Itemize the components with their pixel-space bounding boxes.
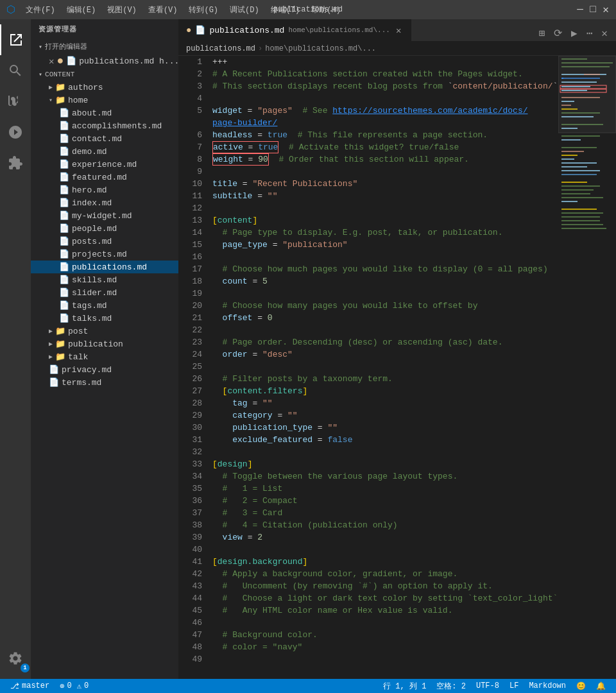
titlebar: ⬡ 文件(F) 编辑(E) 视图(V) 查看(V) 转到(G) 调试(D) 终端… bbox=[0, 0, 616, 19]
activity-debug-icon[interactable] bbox=[0, 117, 31, 148]
svg-rect-35 bbox=[561, 197, 603, 198]
statusbar-line-ending[interactable]: LF bbox=[504, 679, 524, 693]
svg-rect-43 bbox=[558, 56, 616, 133]
statusbar-encoding[interactable]: UTF-8 bbox=[471, 679, 504, 693]
activity-settings-icon[interactable]: 1 bbox=[0, 643, 31, 674]
split-editor-button[interactable]: ⊞ bbox=[535, 26, 548, 41]
folder-arrow-icon: ▶ bbox=[49, 327, 53, 335]
sidebar-item-accomplishments[interactable]: 📄 accomplishments.md bbox=[31, 119, 178, 132]
folder-name: home bbox=[68, 96, 88, 105]
minimize-button[interactable]: — bbox=[576, 6, 584, 13]
activity-explorer-icon[interactable] bbox=[0, 24, 31, 55]
sidebar-item-demo[interactable]: 📄 demo.md bbox=[31, 145, 178, 158]
file-md-icon: 📄 bbox=[59, 313, 69, 323]
sidebar-item-skills[interactable]: 📄 skills.md bbox=[31, 273, 178, 286]
statusbar-spaces[interactable]: 空格: 2 bbox=[431, 679, 471, 693]
code-line-44: # Choose a light or dark text color by s… bbox=[212, 592, 558, 604]
sidebar-item-people[interactable]: 📄 people.md bbox=[31, 222, 178, 235]
code-line-43: # Uncomment (by removing `#`) an option … bbox=[212, 580, 558, 592]
menu-debug[interactable]: 调试(D) bbox=[225, 3, 264, 17]
breadcrumb-path[interactable]: home\publications.md\... bbox=[265, 44, 376, 53]
sidebar-item-hero[interactable]: 📄 hero.md bbox=[31, 184, 178, 196]
breadcrumb-file[interactable]: publications.md bbox=[186, 44, 255, 53]
tab-close-button[interactable]: ✕ bbox=[394, 24, 403, 37]
menu-file[interactable]: 文件(F) bbox=[21, 3, 60, 17]
code-line-18: count = 5 bbox=[212, 275, 558, 287]
sidebar-item-index[interactable]: 📄 index.md bbox=[31, 196, 178, 209]
content-section[interactable]: ▾ CONTENT bbox=[31, 68, 178, 81]
sidebar-item-publication-folder[interactable]: ▶ 📁 publication bbox=[31, 338, 178, 350]
open-editors-section[interactable]: ▾ 打开的编辑器 bbox=[31, 39, 178, 54]
sidebar-item-terms[interactable]: 📄 terms.md bbox=[31, 376, 178, 389]
open-changes-button[interactable]: ⟳ bbox=[551, 26, 565, 41]
open-file-close-icon[interactable]: ✕ bbox=[49, 56, 54, 67]
file-name: featured.md bbox=[72, 173, 127, 182]
sidebar-item-about[interactable]: 📄 about.md bbox=[31, 107, 178, 119]
close-editor-button[interactable]: ✕ bbox=[598, 26, 611, 41]
file-md-icon: 📄 bbox=[59, 172, 69, 182]
sidebar-item-contact[interactable]: 📄 contact.md bbox=[31, 132, 178, 145]
editor-tab-publications[interactable]: ● 📄 publications.md home\publications.md… bbox=[178, 19, 411, 41]
menu-edit[interactable]: 编辑(E) bbox=[62, 3, 101, 17]
sidebar-item-slider[interactable]: 📄 slider.md bbox=[31, 286, 178, 299]
git-branch-icon: ⎇ bbox=[10, 681, 19, 691]
close-button[interactable]: ✕ bbox=[602, 6, 610, 13]
code-line-49 bbox=[212, 653, 558, 665]
code-line-25 bbox=[212, 361, 558, 373]
statusbar-language[interactable]: Markdown bbox=[524, 679, 571, 693]
file-md-icon: 📄 bbox=[59, 287, 69, 298]
folder-icon: 📁 bbox=[55, 326, 65, 336]
run-button[interactable]: ▶ bbox=[568, 26, 581, 41]
code-line-46 bbox=[212, 617, 558, 629]
sidebar-title: 资源管理器 bbox=[38, 24, 77, 34]
statusbar-branch[interactable]: ⎇ master bbox=[5, 679, 55, 693]
code-line-39: view = 2 bbox=[212, 531, 558, 543]
sidebar-item-talks[interactable]: 📄 talks.md bbox=[31, 312, 178, 325]
svg-rect-33 bbox=[561, 189, 594, 191]
sidebar-item-featured[interactable]: 📄 featured.md bbox=[31, 171, 178, 184]
code-line-4 bbox=[212, 92, 558, 105]
activity-extensions-icon[interactable] bbox=[0, 148, 31, 178]
sidebar-item-publications[interactable]: 📄 publications.md bbox=[31, 261, 178, 273]
statusbar-errors[interactable]: ⊗ 0 ⚠ 0 bbox=[55, 679, 94, 693]
open-editors-arrow: ▾ bbox=[38, 43, 42, 51]
code-line-7: active = true # Activate this widget? tr… bbox=[212, 141, 558, 153]
minimap-svg bbox=[558, 56, 616, 672]
code-content[interactable]: +++ # A Recent Publications section crea… bbox=[207, 56, 558, 679]
statusbar-feedback[interactable]: 😊 bbox=[571, 679, 591, 693]
statusbar-notifications[interactable]: 🔔 bbox=[591, 679, 611, 693]
code-editor[interactable]: 1 2 3 4 5 6 7 8 9 10 11 12 13 14 15 16 bbox=[178, 56, 558, 679]
svg-rect-25 bbox=[561, 155, 578, 156]
error-count: 0 bbox=[67, 681, 71, 690]
sidebar-item-experience[interactable]: 📄 experience.md bbox=[31, 158, 178, 171]
sidebar-item-privacy[interactable]: 📄 privacy.md bbox=[31, 363, 178, 376]
activity-search-icon[interactable] bbox=[0, 55, 31, 86]
sidebar-item-mywidget[interactable]: 📄 my-widget.md bbox=[31, 209, 178, 222]
menu-goto[interactable]: 转到(G) bbox=[184, 3, 223, 17]
open-file-publications[interactable]: ✕ ● 📄 publications.md h... bbox=[31, 54, 178, 68]
folder-name: publication bbox=[68, 339, 123, 349]
sidebar-item-post[interactable]: ▶ 📁 post bbox=[31, 325, 178, 338]
sidebar-item-tags[interactable]: 📄 tags.md bbox=[31, 299, 178, 312]
activity-scm-icon[interactable] bbox=[0, 86, 31, 117]
sidebar-item-authors[interactable]: ▶ 📁 authors bbox=[31, 81, 178, 94]
code-line-5b: page-builder/ bbox=[212, 117, 558, 129]
more-actions-button[interactable]: ⋯ bbox=[583, 26, 596, 41]
file-name: posts.md bbox=[72, 237, 112, 246]
menu-selection[interactable]: 视图(V) bbox=[102, 3, 142, 17]
maximize-button[interactable]: □ bbox=[589, 6, 597, 13]
line-numbers: 1 2 3 4 5 6 7 8 9 10 11 12 13 14 15 16 bbox=[178, 56, 207, 679]
sidebar-item-home[interactable]: ▾ 📁 home bbox=[31, 94, 178, 107]
svg-rect-26 bbox=[561, 158, 574, 160]
sidebar-item-projects[interactable]: 📄 projects.md bbox=[31, 248, 178, 261]
file-md-icon: 📄 bbox=[59, 236, 69, 246]
file-name: accomplishments.md bbox=[72, 121, 162, 131]
vscode-logo-icon: ⬡ bbox=[6, 3, 15, 16]
feedback-icon: 😊 bbox=[576, 681, 586, 691]
file-name: skills.md bbox=[72, 275, 117, 285]
menu-view[interactable]: 查看(V) bbox=[143, 3, 183, 17]
sidebar-item-talk[interactable]: ▶ 📁 talk bbox=[31, 350, 178, 363]
file-name: publications.md bbox=[72, 262, 147, 272]
statusbar-position[interactable]: 行 1, 列 1 bbox=[378, 679, 431, 693]
sidebar-item-posts[interactable]: 📄 posts.md bbox=[31, 235, 178, 248]
